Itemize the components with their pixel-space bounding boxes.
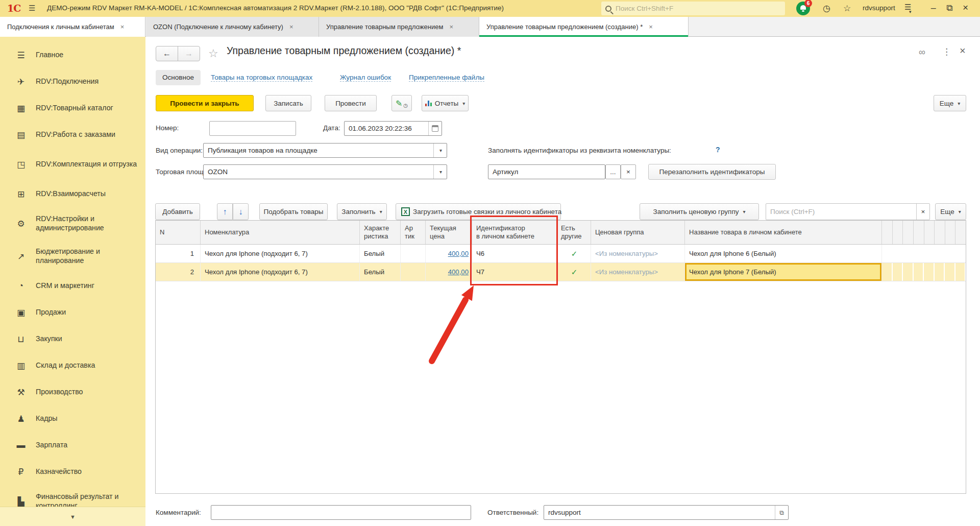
current-user[interactable]: rdvsupport [863, 4, 895, 12]
history-icon[interactable]: ◷ [823, 3, 830, 14]
sidebar-item-prodazhi[interactable]: ▣ Продажи [0, 299, 145, 326]
cell-product-title[interactable]: Чехол для Iphone 6 (Белый) [685, 245, 882, 262]
sidebar-item-rdv-komplektatsiya[interactable]: ◳ RDV:Комплектация и отгрузка [0, 148, 145, 181]
save-button[interactable]: Записать [265, 95, 311, 111]
table-row[interactable]: 1 Чехол для Iphone (подходит 6, 7) Белый… [156, 245, 966, 263]
cell-identifier[interactable]: Ч6 [472, 245, 557, 262]
col-header-price-group[interactable]: Ценовая группа [591, 221, 685, 244]
nav-link-attachments[interactable]: Прикрепленные файлы [409, 74, 484, 82]
operation-select[interactable]: Публикация товаров на площадке ▾ [203, 143, 447, 158]
close-tab-icon[interactable]: × [649, 23, 653, 31]
tab-connections[interactable]: Подключения к личным кабинетам × [0, 17, 145, 37]
close-window-button[interactable]: × [963, 2, 968, 13]
number-field[interactable] [209, 121, 296, 136]
pick-products-button[interactable]: Подобрать товары [259, 203, 328, 220]
forward-button[interactable]: → [178, 46, 200, 61]
sidebar-item-proizvodstvo[interactable]: ⚒ Производство [0, 379, 145, 405]
dropdown-button[interactable]: ▾ [433, 165, 447, 179]
cell-nomenclature[interactable]: Чехол для Iphone (подходит 6, 7) [201, 245, 360, 262]
table-row-selected[interactable]: 2 Чехол для Iphone (подходит 6, 7) Белый… [156, 263, 966, 281]
post-button[interactable]: Провести [325, 95, 377, 111]
sidebar-item-rdv-podklyucheniya[interactable]: ✈ RDV:Подключения [0, 68, 145, 95]
sidebar-item-zakupki[interactable]: ⊔ Закупки [0, 326, 145, 352]
tab-offer-list[interactable]: Управление товарным предложением × [319, 17, 479, 37]
notifications-button[interactable]: 6 [796, 2, 810, 15]
table-search-field[interactable]: × [766, 203, 930, 220]
calendar-button[interactable] [428, 122, 442, 135]
fill-button[interactable]: Заполнить ▾ [337, 203, 387, 220]
post-later-button[interactable]: ✎ ◷ [391, 95, 412, 111]
sidebar-item-crm[interactable]: ◔ CRM и маркетинг [0, 273, 145, 299]
close-tab-icon[interactable]: × [449, 23, 453, 31]
attribute-field[interactable]: Артикул [488, 164, 605, 179]
col-header-product-title[interactable]: Название товара в личном кабинете [685, 221, 882, 244]
back-button[interactable]: ← [156, 46, 178, 61]
tab-ozon[interactable]: OZON (Подключение к личному кабинету) × [146, 17, 319, 37]
tab-offer-create[interactable]: Управление товарным предложением (создан… [479, 17, 689, 37]
get-link-icon[interactable]: ∞ [919, 47, 925, 58]
nav-link-products[interactable]: Товары на торговых площадках [211, 74, 312, 82]
fill-price-group-button[interactable]: Заполнить ценовую группу ▾ [640, 203, 759, 220]
global-search[interactable] [601, 2, 785, 15]
favorites-star-icon[interactable]: ☆ [843, 3, 851, 14]
more-button-top[interactable]: Еще ▾ [934, 95, 966, 111]
more-button-table[interactable]: Еще ▾ [935, 203, 966, 220]
minimize-button[interactable]: _ [931, 0, 936, 10]
move-down-button[interactable]: ↓ [233, 203, 249, 220]
col-header-has-others[interactable]: Есть другие [557, 221, 591, 244]
cell-current-price[interactable]: 400,00 [426, 245, 472, 262]
comment-field[interactable] [211, 505, 471, 520]
sidebar-expand-button[interactable]: ▼ [0, 507, 145, 526]
cell-product-title-focused[interactable]: Чехол для Iphone 7 (Белый) [685, 263, 882, 281]
close-tab-icon[interactable]: × [120, 23, 125, 31]
main-menu-icon[interactable]: ☰ [29, 4, 35, 13]
sidebar-item-rdv-vzaimoraschety[interactable]: ⊞ RDV:Взаиморасчеты [0, 181, 145, 207]
attribute-choose-button[interactable]: ... [605, 164, 621, 179]
service-menu-icon[interactable]: ☰▾ [904, 3, 911, 14]
price-link[interactable]: 400,00 [448, 250, 469, 257]
attribute-clear-button[interactable]: × [621, 164, 636, 179]
sidebar-item-glavnoe[interactable]: ☰ Главное [0, 42, 145, 68]
price-link[interactable]: 400,00 [448, 268, 469, 276]
col-header-article[interactable]: Ар тик [401, 221, 426, 244]
sidebar-item-rdv-nastroyki[interactable]: ⚙ RDV:Настройки и администрирование [0, 207, 145, 240]
kebab-menu-icon[interactable]: ⋮ [942, 46, 951, 57]
col-header-characteristic[interactable]: Характе ристика [360, 221, 401, 244]
close-form-icon[interactable]: × [960, 45, 966, 57]
cell-price-group[interactable]: <Из номенклатуры> [591, 245, 685, 262]
reports-button[interactable]: Отчеты ▾ [422, 95, 469, 111]
cell-article[interactable] [401, 245, 426, 262]
date-field[interactable]: 01.06.2023 20:22:36 [344, 121, 442, 136]
dropdown-button[interactable]: ▾ [433, 144, 447, 157]
col-header-nomenclature[interactable]: Номенклатура [201, 221, 360, 244]
sidebar-item-rdv-katalog[interactable]: ▦ RDV:Товарный каталог [0, 95, 145, 122]
sidebar-item-kadry[interactable]: ♟ Кадры [0, 405, 145, 432]
search-clear-button[interactable]: × [916, 204, 929, 220]
move-up-button[interactable]: ↑ [217, 203, 233, 220]
cell-identifier[interactable]: Ч7 [472, 263, 557, 281]
sidebar-item-zarplata[interactable]: ▬ Зарплата [0, 432, 145, 459]
help-icon[interactable]: ? [716, 146, 720, 154]
cell-characteristic[interactable]: Белый [360, 263, 401, 281]
global-search-input[interactable] [616, 5, 769, 12]
close-tab-icon[interactable]: × [289, 23, 293, 31]
sidebar-item-rdv-zakazy[interactable]: ▤ RDV:Работа с заказами [0, 122, 145, 148]
col-header-current-price[interactable]: Текущая цена [426, 221, 472, 244]
sidebar-item-sklad[interactable]: ▥ Склад и доставка [0, 352, 145, 379]
cell-nomenclature[interactable]: Чехол для Iphone (подходит 6, 7) [201, 263, 360, 281]
nav-main-chip[interactable]: Основное [156, 70, 201, 85]
responsible-open-button[interactable]: ⧉ [775, 506, 788, 519]
cell-characteristic[interactable]: Белый [360, 245, 401, 262]
load-links-button[interactable]: X Загрузить готовые связки из личного ка… [396, 203, 561, 220]
col-header-identifier[interactable]: Идентификатор в личном кабинете [472, 221, 557, 244]
col-header-n[interactable]: N [156, 221, 201, 244]
cell-article[interactable] [401, 263, 426, 281]
sidebar-item-kaznacheystvo[interactable]: ₽ Казначейство [0, 459, 145, 485]
comment-input[interactable] [211, 506, 471, 519]
cell-current-price[interactable]: 400,00 [426, 263, 472, 281]
cell-price-group[interactable]: <Из номенклатуры> [591, 263, 685, 281]
add-row-button[interactable]: Добавить [155, 203, 200, 220]
restore-button[interactable]: ⧉ [946, 3, 952, 13]
favorite-star-icon[interactable]: ☆ [208, 47, 218, 60]
refill-ids-button[interactable]: Перезаполнить идентификаторы [648, 164, 776, 180]
